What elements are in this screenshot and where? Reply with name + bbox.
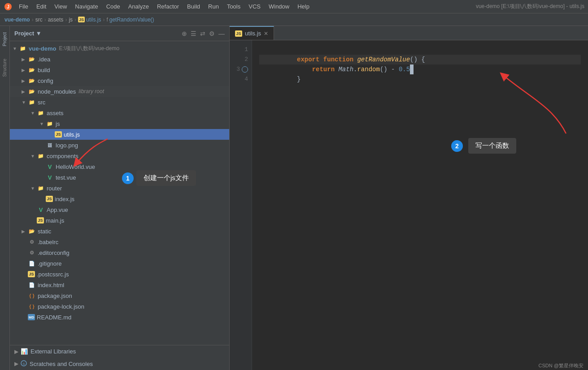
- tab-filename: utils.js: [245, 30, 261, 37]
- js-file-icon: JS: [28, 271, 35, 277]
- vue-file-icon: V: [37, 206, 45, 213]
- folder-icon: 📂: [28, 77, 36, 84]
- annotation-2: 2 写一个函数: [451, 138, 516, 154]
- tree-postcssrc[interactable]: JS .postcssrc.js: [10, 269, 229, 280]
- add-icon[interactable]: ⊕: [182, 30, 187, 37]
- svg-text:S: S: [22, 361, 25, 366]
- scratches-label: Scratches and Consoles: [30, 361, 93, 367]
- menu-run[interactable]: Run: [205, 2, 222, 11]
- main-layout: Project Structure Project ▼ ⊕ ☰ ⇄ ⚙ — ▼ …: [0, 26, 588, 370]
- tree-index-html[interactable]: 📄 index.html: [10, 280, 229, 290]
- editor-tabs: JS utils.js ✕: [230, 26, 588, 40]
- scratches-icon: S: [21, 360, 27, 366]
- tree-root[interactable]: ▼ 📁 vue-demo E:\项目\八数码\vue-demo: [10, 43, 229, 54]
- menu-window[interactable]: Window: [265, 2, 293, 11]
- folder-icon: 📂: [28, 228, 36, 235]
- tree-gitignore[interactable]: 📄 .gitignore: [10, 258, 229, 269]
- tree-logo-png[interactable]: 🖼 logo.png: [10, 140, 229, 151]
- close-panel-icon[interactable]: —: [218, 30, 225, 37]
- tree-config[interactable]: ▶ 📂 config: [10, 75, 229, 86]
- tab-project[interactable]: Project: [1, 30, 8, 48]
- menu-navigate[interactable]: Navigate: [71, 2, 101, 11]
- tree-idea[interactable]: ▶ 📂 .idea: [10, 54, 229, 65]
- tree-node-modules[interactable]: ▶ 📂 node_modules library root: [10, 86, 229, 97]
- tree-js-folder[interactable]: ▼ 📁 js: [10, 118, 229, 129]
- tab-js-icon: JS: [235, 30, 242, 37]
- menu-file[interactable]: File: [15, 2, 32, 11]
- folder-icon: 📁: [37, 109, 45, 116]
- project-dropdown[interactable]: Project ▼: [14, 30, 42, 37]
- svg-text:J: J: [7, 4, 9, 9]
- folder-icon: 📂: [28, 88, 36, 95]
- code-content[interactable]: export function getRandomValue() { retur…: [252, 40, 588, 370]
- breadcrumb-utils[interactable]: JS utils.js: [78, 17, 101, 23]
- breadcrumb: vue-demo › src › assets › js › JS utils.…: [0, 13, 588, 26]
- menu-edit[interactable]: Edit: [33, 2, 50, 11]
- tree-package-json[interactable]: { } package.json: [10, 290, 229, 301]
- menu-refactor[interactable]: Refactor: [153, 2, 183, 11]
- project-panel: Project ▼ ⊕ ☰ ⇄ ⚙ — ▼ 📁 vue-demo E:\项目\八…: [10, 26, 230, 370]
- annotation-tooltip-1: 创建一个js文件: [136, 170, 196, 186]
- settings-icon[interactable]: ⚙: [209, 30, 215, 37]
- breadcrumb-root[interactable]: vue-demo: [4, 17, 30, 23]
- tree-utils-js[interactable]: JS utils.js: [10, 129, 229, 140]
- scroll-icon[interactable]: ☰: [191, 30, 196, 37]
- file-tree: ▼ 📁 vue-demo E:\项目\八数码\vue-demo ▶ 📂 .ide…: [10, 41, 229, 345]
- folder-icon: 📁: [37, 152, 45, 159]
- annotation-1: 1 创建一个js文件: [122, 170, 196, 186]
- menu-view[interactable]: View: [51, 2, 70, 11]
- tree-babelrc[interactable]: ⚙ .babelrc: [10, 237, 229, 247]
- external-libraries[interactable]: ▶ 📊 External Libraries: [10, 345, 229, 357]
- vue-file-icon: V: [46, 174, 54, 181]
- tree-helloworld-vue[interactable]: V HelloWorld.vue: [10, 161, 229, 172]
- window-title: vue-demo [E:\项目\八数码\vue-demo] - utils.js: [476, 3, 584, 10]
- tree-main-js[interactable]: JS main.js: [10, 215, 229, 226]
- tab-structure[interactable]: Structure: [1, 57, 8, 79]
- folder-icon: 📂: [28, 66, 36, 73]
- png-file-icon: 🖼: [46, 142, 54, 149]
- menu-help[interactable]: Help: [294, 2, 313, 11]
- json-file-icon: { }: [28, 292, 36, 299]
- menu-code[interactable]: Code: [103, 2, 124, 11]
- tree-src[interactable]: ▼ 📁 src: [10, 97, 229, 108]
- tree-test-vue[interactable]: V test.vue: [10, 172, 229, 183]
- app-logo: J: [4, 2, 13, 11]
- tree-assets[interactable]: ▼ 📁 assets: [10, 108, 229, 118]
- sidebar-tabs: Project Structure: [0, 26, 10, 370]
- project-panel-header: Project ▼ ⊕ ☰ ⇄ ⚙ —: [10, 26, 229, 41]
- js-file-icon: JS: [55, 131, 62, 138]
- folder-icon: 📁: [46, 120, 54, 127]
- menu-build[interactable]: Build: [183, 2, 204, 11]
- html-file-icon: 📄: [28, 281, 36, 288]
- annotation-tooltip-2: 写一个函数: [468, 138, 516, 154]
- tree-app-vue[interactable]: V App.vue: [10, 204, 229, 215]
- breadcrumb-function[interactable]: f getRandomValue(): [106, 17, 154, 23]
- tree-router-index-js[interactable]: JS index.js: [10, 194, 229, 204]
- breadcrumb-assets[interactable]: assets: [48, 17, 64, 23]
- tree-components[interactable]: ▼ 📁 components: [10, 151, 229, 161]
- scratches-and-consoles[interactable]: ▶ S Scratches and Consoles: [10, 357, 229, 370]
- menu-tools[interactable]: Tools: [223, 2, 244, 11]
- tree-static[interactable]: ▶ 📂 static: [10, 226, 229, 237]
- js-file-icon: JS: [46, 196, 53, 202]
- tree-readme-md[interactable]: MD README.md: [10, 312, 229, 323]
- tree-editorconfig[interactable]: ⚙ .editorconfig: [10, 247, 229, 258]
- breadcrumb-src[interactable]: src: [35, 17, 43, 23]
- code-editor[interactable]: 1 2 3 4 export function getRandomValue()…: [230, 40, 588, 370]
- tree-package-lock-json[interactable]: { } package-lock.json: [10, 301, 229, 312]
- menu-vcs[interactable]: VCS: [245, 2, 264, 11]
- watermark: CSDN @繁星伴晚安: [534, 361, 588, 370]
- close-tab-button[interactable]: ✕: [264, 30, 268, 37]
- breadcrumb-js[interactable]: js: [69, 17, 73, 23]
- code-line-4: [259, 74, 581, 84]
- menu-analyze[interactable]: Analyze: [125, 2, 152, 11]
- tree-build[interactable]: ▶ 📂 build: [10, 65, 229, 75]
- config-file-icon: ⚙: [28, 238, 36, 245]
- gutter-marker: [242, 66, 248, 73]
- line-numbers: 1 2 3 4: [230, 40, 252, 370]
- expand-icon[interactable]: ⇄: [200, 30, 205, 37]
- editor-tab-utils-js[interactable]: JS utils.js ✕: [230, 26, 274, 40]
- tree-router[interactable]: ▼ 📁 router: [10, 183, 229, 194]
- project-toolbar: ⊕ ☰ ⇄ ⚙ —: [182, 30, 225, 37]
- annotation-circle-1: 1: [122, 172, 134, 184]
